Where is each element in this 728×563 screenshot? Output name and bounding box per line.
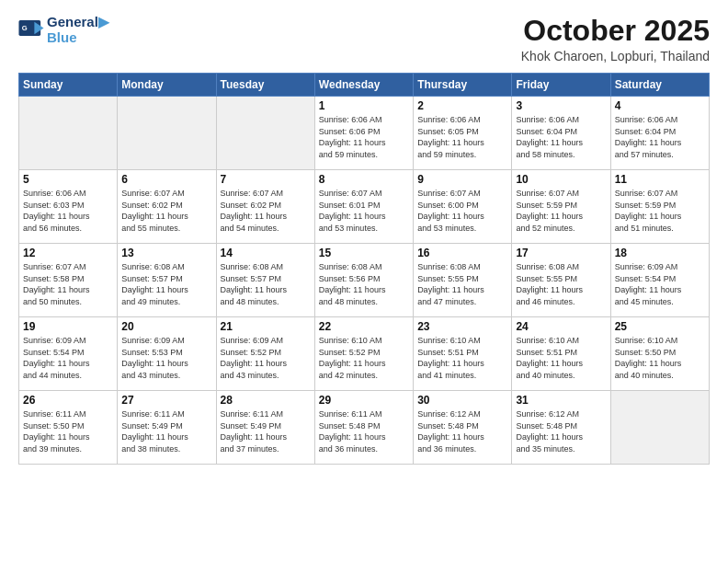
calendar-cell: 4Sunrise: 6:06 AMSunset: 6:04 PMDaylight… bbox=[610, 97, 709, 170]
cell-info: Sunrise: 6:11 AMSunset: 5:49 PMDaylight:… bbox=[221, 408, 311, 454]
cell-info: Sunrise: 6:09 AMSunset: 5:54 PMDaylight:… bbox=[615, 261, 705, 307]
calendar-cell: 2Sunrise: 6:06 AMSunset: 6:05 PMDaylight… bbox=[414, 97, 512, 170]
day-number: 10 bbox=[516, 173, 606, 186]
cell-info: Sunrise: 6:07 AMSunset: 6:00 PMDaylight:… bbox=[417, 188, 507, 234]
calendar-week-row: 12Sunrise: 6:07 AMSunset: 5:58 PMDayligh… bbox=[19, 244, 710, 317]
logo-icon: G bbox=[18, 20, 44, 40]
calendar-cell: 3Sunrise: 6:06 AMSunset: 6:04 PMDaylight… bbox=[512, 97, 610, 170]
day-number: 1 bbox=[319, 99, 409, 112]
day-number: 27 bbox=[121, 394, 211, 407]
calendar-cell bbox=[19, 97, 118, 170]
month-title: October 2025 bbox=[521, 15, 710, 47]
cell-info: Sunrise: 6:07 AMSunset: 6:02 PMDaylight:… bbox=[121, 188, 211, 234]
calendar-cell bbox=[610, 391, 709, 465]
weekday-header: Thursday bbox=[414, 74, 512, 97]
cell-info: Sunrise: 6:07 AMSunset: 6:02 PMDaylight:… bbox=[221, 188, 311, 234]
day-number: 24 bbox=[516, 320, 606, 333]
calendar-cell: 5Sunrise: 6:06 AMSunset: 6:03 PMDaylight… bbox=[19, 170, 118, 244]
cell-info: Sunrise: 6:11 AMSunset: 5:48 PMDaylight:… bbox=[319, 408, 409, 454]
weekday-header: Friday bbox=[512, 74, 610, 97]
day-number: 4 bbox=[615, 99, 705, 112]
calendar-cell: 13Sunrise: 6:08 AMSunset: 5:57 PMDayligh… bbox=[118, 244, 216, 317]
location: Khok Charoen, Lopburi, Thailand bbox=[521, 49, 710, 63]
day-number: 26 bbox=[23, 394, 113, 407]
calendar-cell: 28Sunrise: 6:11 AMSunset: 5:49 PMDayligh… bbox=[216, 391, 314, 465]
day-number: 5 bbox=[23, 173, 113, 186]
day-number: 12 bbox=[23, 247, 113, 259]
day-number: 22 bbox=[319, 320, 409, 333]
day-number: 9 bbox=[417, 173, 507, 186]
calendar-week-row: 26Sunrise: 6:11 AMSunset: 5:50 PMDayligh… bbox=[19, 391, 710, 465]
cell-info: Sunrise: 6:08 AMSunset: 5:56 PMDaylight:… bbox=[319, 261, 409, 307]
day-number: 13 bbox=[121, 247, 211, 259]
calendar-cell: 7Sunrise: 6:07 AMSunset: 6:02 PMDaylight… bbox=[216, 170, 314, 244]
weekday-header: Saturday bbox=[610, 74, 709, 97]
day-number: 21 bbox=[221, 320, 311, 333]
calendar-body: 1Sunrise: 6:06 AMSunset: 6:06 PMDaylight… bbox=[19, 97, 710, 465]
day-number: 23 bbox=[417, 320, 507, 333]
calendar-cell: 27Sunrise: 6:11 AMSunset: 5:49 PMDayligh… bbox=[118, 391, 216, 465]
cell-info: Sunrise: 6:08 AMSunset: 5:57 PMDaylight:… bbox=[121, 261, 211, 307]
day-number: 25 bbox=[615, 320, 705, 333]
day-number: 15 bbox=[319, 247, 409, 259]
day-number: 11 bbox=[615, 173, 705, 186]
day-number: 30 bbox=[417, 394, 507, 407]
cell-info: Sunrise: 6:07 AMSunset: 5:59 PMDaylight:… bbox=[615, 188, 705, 234]
cell-info: Sunrise: 6:07 AMSunset: 5:58 PMDaylight:… bbox=[23, 261, 113, 307]
logo: G General▶ Blue bbox=[18, 15, 109, 45]
cell-info: Sunrise: 6:10 AMSunset: 5:50 PMDaylight:… bbox=[615, 335, 705, 381]
cell-info: Sunrise: 6:08 AMSunset: 5:55 PMDaylight:… bbox=[516, 261, 606, 307]
day-number: 18 bbox=[615, 247, 705, 259]
calendar-week-row: 5Sunrise: 6:06 AMSunset: 6:03 PMDaylight… bbox=[19, 170, 710, 244]
calendar-cell: 23Sunrise: 6:10 AMSunset: 5:51 PMDayligh… bbox=[414, 317, 512, 391]
cell-info: Sunrise: 6:06 AMSunset: 6:04 PMDaylight:… bbox=[516, 114, 606, 160]
cell-info: Sunrise: 6:11 AMSunset: 5:50 PMDaylight:… bbox=[23, 408, 113, 454]
cell-info: Sunrise: 6:07 AMSunset: 6:01 PMDaylight:… bbox=[319, 188, 409, 234]
cell-info: Sunrise: 6:10 AMSunset: 5:51 PMDaylight:… bbox=[516, 335, 606, 381]
day-number: 20 bbox=[121, 320, 211, 333]
calendar-cell: 24Sunrise: 6:10 AMSunset: 5:51 PMDayligh… bbox=[512, 317, 610, 391]
calendar-week-row: 19Sunrise: 6:09 AMSunset: 5:54 PMDayligh… bbox=[19, 317, 710, 391]
cell-info: Sunrise: 6:06 AMSunset: 6:03 PMDaylight:… bbox=[23, 188, 113, 234]
calendar-cell: 22Sunrise: 6:10 AMSunset: 5:52 PMDayligh… bbox=[314, 317, 413, 391]
cell-info: Sunrise: 6:12 AMSunset: 5:48 PMDaylight:… bbox=[417, 408, 507, 454]
cell-info: Sunrise: 6:09 AMSunset: 5:54 PMDaylight:… bbox=[23, 335, 113, 381]
cell-info: Sunrise: 6:09 AMSunset: 5:52 PMDaylight:… bbox=[221, 335, 311, 381]
calendar-cell: 14Sunrise: 6:08 AMSunset: 5:57 PMDayligh… bbox=[216, 244, 314, 317]
weekday-header: Tuesday bbox=[216, 74, 314, 97]
calendar-cell bbox=[216, 97, 314, 170]
calendar-cell: 26Sunrise: 6:11 AMSunset: 5:50 PMDayligh… bbox=[19, 391, 118, 465]
title-block: October 2025 Khok Charoen, Lopburi, Thai… bbox=[521, 15, 710, 63]
weekday-row: SundayMondayTuesdayWednesdayThursdayFrid… bbox=[19, 74, 710, 97]
cell-info: Sunrise: 6:10 AMSunset: 5:51 PMDaylight:… bbox=[417, 335, 507, 381]
calendar-cell: 1Sunrise: 6:06 AMSunset: 6:06 PMDaylight… bbox=[314, 97, 413, 170]
cell-info: Sunrise: 6:08 AMSunset: 5:57 PMDaylight:… bbox=[221, 261, 311, 307]
cell-info: Sunrise: 6:11 AMSunset: 5:49 PMDaylight:… bbox=[121, 408, 211, 454]
cell-info: Sunrise: 6:10 AMSunset: 5:52 PMDaylight:… bbox=[319, 335, 409, 381]
calendar-cell: 20Sunrise: 6:09 AMSunset: 5:53 PMDayligh… bbox=[118, 317, 216, 391]
day-number: 3 bbox=[516, 99, 606, 112]
day-number: 7 bbox=[221, 173, 311, 186]
day-number: 29 bbox=[319, 394, 409, 407]
calendar-cell: 16Sunrise: 6:08 AMSunset: 5:55 PMDayligh… bbox=[414, 244, 512, 317]
cell-info: Sunrise: 6:06 AMSunset: 6:04 PMDaylight:… bbox=[615, 114, 705, 160]
calendar-cell: 25Sunrise: 6:10 AMSunset: 5:50 PMDayligh… bbox=[610, 317, 709, 391]
cell-info: Sunrise: 6:08 AMSunset: 5:55 PMDaylight:… bbox=[417, 261, 507, 307]
calendar-cell: 9Sunrise: 6:07 AMSunset: 6:00 PMDaylight… bbox=[414, 170, 512, 244]
cell-info: Sunrise: 6:06 AMSunset: 6:06 PMDaylight:… bbox=[319, 114, 409, 160]
day-number: 14 bbox=[221, 247, 311, 259]
day-number: 16 bbox=[417, 247, 507, 259]
day-number: 8 bbox=[319, 173, 409, 186]
weekday-header: Monday bbox=[118, 74, 216, 97]
calendar-cell: 29Sunrise: 6:11 AMSunset: 5:48 PMDayligh… bbox=[314, 391, 413, 465]
calendar-cell: 6Sunrise: 6:07 AMSunset: 6:02 PMDaylight… bbox=[118, 170, 216, 244]
svg-text:G: G bbox=[22, 24, 28, 32]
calendar-cell: 15Sunrise: 6:08 AMSunset: 5:56 PMDayligh… bbox=[314, 244, 413, 317]
calendar-cell: 11Sunrise: 6:07 AMSunset: 5:59 PMDayligh… bbox=[610, 170, 709, 244]
calendar-header: SundayMondayTuesdayWednesdayThursdayFrid… bbox=[19, 74, 710, 97]
calendar-cell: 12Sunrise: 6:07 AMSunset: 5:58 PMDayligh… bbox=[19, 244, 118, 317]
calendar-week-row: 1Sunrise: 6:06 AMSunset: 6:06 PMDaylight… bbox=[19, 97, 710, 170]
calendar-cell: 18Sunrise: 6:09 AMSunset: 5:54 PMDayligh… bbox=[610, 244, 709, 317]
cell-info: Sunrise: 6:07 AMSunset: 5:59 PMDaylight:… bbox=[516, 188, 606, 234]
calendar-cell: 17Sunrise: 6:08 AMSunset: 5:55 PMDayligh… bbox=[512, 244, 610, 317]
